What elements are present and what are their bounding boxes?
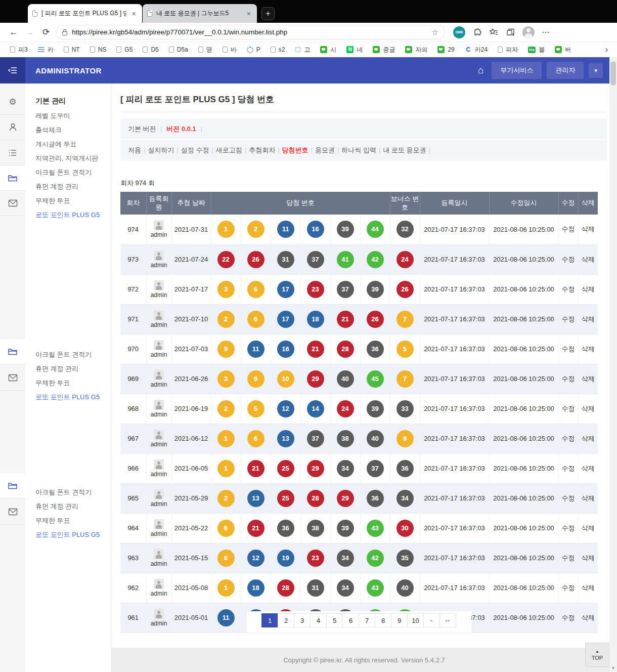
delete-link[interactable]: 삭제 <box>578 573 598 603</box>
delete-link[interactable]: 삭제 <box>578 244 598 274</box>
sidebar-item[interactable]: 출석체크 <box>35 123 111 137</box>
new-tab-button[interactable]: + <box>261 7 275 20</box>
tab-close-icon[interactable]: × <box>245 10 252 18</box>
bookmark-item[interactable]: 바 <box>218 44 241 56</box>
browser-tab-2[interactable]: 내 로또 응모권 | 그누보드5 × <box>143 4 257 23</box>
member-cell[interactable]: admin <box>146 543 171 573</box>
delete-link[interactable]: 삭제 <box>578 334 598 364</box>
plugin-nav-link[interactable]: 추첨회차 <box>249 146 275 154</box>
member-cell[interactable]: admin <box>146 215 171 244</box>
bookmark-item[interactable]: 명 <box>194 44 216 56</box>
url-text[interactable]: https://piree.kr/gb54/adm/piree/p770071/… <box>72 28 427 36</box>
sidebar-item[interactable]: 휴먼 계정 관리 <box>35 180 111 194</box>
bookmark-item[interactable]: 29 <box>433 45 458 55</box>
bookmark-item[interactable]: 피3 <box>6 44 32 56</box>
favorite-star-icon[interactable]: ☆ <box>432 28 438 37</box>
edit-link[interactable]: 수정 <box>558 364 578 394</box>
bookmark-item[interactable]: 시 <box>316 44 340 56</box>
sidebar-item[interactable]: 로또 포인트 PLUS G5 <box>35 390 111 404</box>
one-extension-icon[interactable]: ONE <box>453 26 465 38</box>
plugin-nav-link[interactable]: 새로고침 <box>216 146 242 154</box>
bookmark-item[interactable]: 피자 <box>494 44 522 56</box>
plugin-nav-link[interactable]: 처음 <box>128 146 141 154</box>
folder-icon[interactable] <box>0 339 25 364</box>
edit-link[interactable]: 수정 <box>558 394 578 424</box>
folder-icon[interactable] <box>0 165 25 191</box>
reload-icon[interactable]: ⟳ <box>39 27 53 37</box>
tab-close-icon[interactable]: × <box>130 10 138 18</box>
bookmark-item[interactable]: blog블 <box>524 44 549 56</box>
sidebar-item[interactable]: 게시글에 투표 <box>35 137 111 151</box>
delete-link[interactable]: 삭제 <box>578 453 598 483</box>
bookmark-item[interactable]: D5 <box>139 45 162 55</box>
edit-link[interactable]: 수정 <box>558 483 578 513</box>
plugin-nav-link[interactable]: 내 로또 응모권 <box>383 146 426 154</box>
mail-icon[interactable] <box>0 191 25 216</box>
folder-icon[interactable] <box>0 473 25 498</box>
edit-link[interactable]: 수정 <box>558 513 578 543</box>
member-cell[interactable]: admin <box>146 453 171 483</box>
browser-menu-icon[interactable]: ⋯ <box>542 27 550 37</box>
scrollbar-down-arrow[interactable]: ▼ <box>609 666 617 670</box>
sidebar-item[interactable]: 로또 포인트 PLUS G5 <box>35 208 111 222</box>
member-cell[interactable]: admin <box>146 483 171 513</box>
gear-icon[interactable]: ⚙ <box>0 90 25 115</box>
plugin-nav-link[interactable]: 하나씩 입력 <box>341 146 376 154</box>
delete-link[interactable]: 삭제 <box>578 274 598 304</box>
bookmark-item[interactable]: s2 <box>267 45 289 55</box>
mail-icon[interactable] <box>0 365 25 391</box>
bookmark-item[interactable]: P <box>243 45 265 55</box>
last-page-button[interactable]: ▸▸ <box>439 613 456 627</box>
edit-link[interactable]: 수정 <box>558 274 578 304</box>
person-icon[interactable] <box>0 115 25 140</box>
back-icon[interactable]: ← <box>7 27 20 37</box>
delete-link[interactable]: 삭제 <box>578 483 598 513</box>
page-number-button[interactable]: 1 <box>261 613 278 627</box>
bookmark-item[interactable]: N네 <box>342 44 367 56</box>
member-cell[interactable]: admin <box>146 513 171 543</box>
chevron-down-icon[interactable]: ▾ <box>589 63 603 78</box>
bookmark-item[interactable]: D5a <box>165 45 192 55</box>
page-number-button[interactable]: 4 <box>310 613 327 627</box>
edit-link[interactable]: 수정 <box>558 215 578 244</box>
bookmark-item[interactable]: C카24 <box>461 44 492 56</box>
forward-icon[interactable]: → <box>23 27 36 37</box>
profile-avatar[interactable] <box>522 26 535 38</box>
bookmark-item[interactable]: 자의 <box>401 44 431 56</box>
sidebar-item[interactable]: 로또 포인트 PLUS G5 <box>35 528 111 542</box>
admin-account-button[interactable]: 관리자 <box>547 62 584 79</box>
member-cell[interactable]: admin <box>146 573 171 603</box>
scrollbar-thumb[interactable] <box>610 61 616 86</box>
delete-link[interactable]: 삭제 <box>578 394 598 424</box>
page-number-button[interactable]: 10 <box>407 613 424 627</box>
member-cell[interactable]: admin <box>146 334 171 364</box>
bookmarks-overflow-icon[interactable]: › <box>602 45 611 54</box>
edit-link[interactable]: 수정 <box>558 603 578 633</box>
member-cell[interactable]: admin <box>146 244 171 274</box>
mail-icon[interactable] <box>0 499 25 525</box>
bookmark-item[interactable]: NS <box>86 45 111 55</box>
sidebar-item[interactable]: 무제한 투표 <box>35 376 111 390</box>
delete-link[interactable]: 삭제 <box>578 364 598 394</box>
member-cell[interactable]: admin <box>146 304 171 334</box>
home-icon[interactable]: ⌂ <box>478 65 483 76</box>
page-number-button[interactable]: 2 <box>278 613 294 627</box>
page-number-button[interactable]: 8 <box>375 613 391 627</box>
edit-link[interactable]: 수정 <box>558 304 578 334</box>
delete-link[interactable]: 삭제 <box>578 215 598 244</box>
member-cell[interactable]: admin <box>146 424 171 453</box>
sidebar-item[interactable]: 무제한 투표 <box>35 194 111 208</box>
sidebar-item[interactable]: 아크릴 폰트 견적기 <box>35 165 111 180</box>
plugin-nav-link[interactable]: 설정 수정 <box>181 146 209 154</box>
address-bar[interactable]: https://piree.kr/gb54/adm/piree/p770071/… <box>56 25 445 39</box>
bookmark-item[interactable]: 고 <box>291 44 314 56</box>
member-cell[interactable]: admin <box>146 394 171 424</box>
sidebar-collapse-icon[interactable] <box>0 57 25 83</box>
sidebar-item[interactable]: 휴먼 계정 관리 <box>35 362 111 376</box>
edit-link[interactable]: 수정 <box>558 453 578 483</box>
sidebar-item[interactable]: 휴먼 계정 관리 <box>35 499 111 514</box>
member-cell[interactable]: admin <box>146 274 171 304</box>
plugin-nav-link[interactable]: 설치하기 <box>148 146 174 154</box>
favorites-bar-icon[interactable] <box>489 27 499 37</box>
bookmark-item[interactable]: 버 <box>551 44 575 56</box>
